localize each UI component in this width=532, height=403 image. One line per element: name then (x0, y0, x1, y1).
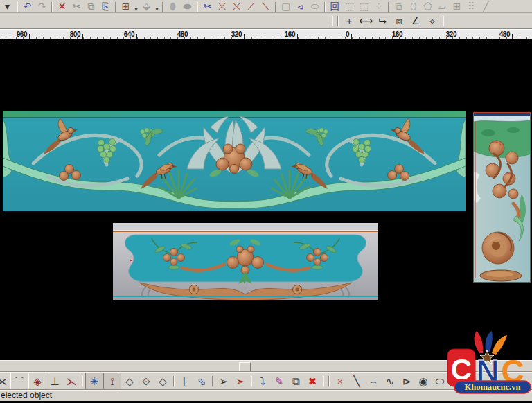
sheet-delete-icon[interactable]: ⧉ (287, 373, 304, 389)
delete-object-icon[interactable]: ✖ (304, 373, 321, 389)
ruler-label: 480 (177, 30, 188, 38)
undo-icon[interactable]: ↶ (20, 0, 35, 12)
micro-cross-icon[interactable]: × (332, 373, 348, 389)
vertical-relief-column[interactable] (473, 112, 531, 283)
grid-dots-icon[interactable]: ⠿ (464, 0, 479, 12)
cursor-snap-icon[interactable]: ➢ (215, 373, 232, 389)
toolbar-separator (173, 376, 175, 386)
diamond-node-icon[interactable]: ◈ (28, 373, 46, 390)
top-toolbar-row1: ▾↶↷✕✂⧉⎘⊞▾⬙▾⬮⬬✂⤫⤬⟋⟍▢⪦⬭回⬚⬚⁘⧉⬯⬠▱⊞⠿╱ (0, 0, 532, 13)
draw-circle-icon[interactable]: ◉ (415, 373, 432, 389)
line-tool-icon[interactable]: ╱ (479, 0, 493, 12)
measure-rect-icon[interactable]: ⧈ (391, 14, 407, 28)
diamond-right-icon[interactable]: ◇ (154, 373, 171, 389)
origin-cross-icon[interactable]: ⊞ (118, 0, 133, 12)
probe-cross-icon[interactable]: ＋ (341, 14, 357, 28)
view-cube-icon[interactable]: ⬙ (139, 0, 154, 12)
ruler-major-tick (351, 34, 352, 39)
logo-ray-orange (492, 335, 507, 355)
measure-area-icon[interactable]: ⟡ (424, 14, 441, 28)
style-dropdown-icon[interactable]: ▾ (0, 0, 15, 12)
logo-ray-red (475, 331, 484, 353)
ruler-major-tick (512, 34, 513, 39)
diamond-quad-icon[interactable]: ⟐ (138, 373, 154, 389)
ruler-major-tick (459, 34, 459, 39)
dots-icon[interactable]: ⁘ (371, 0, 386, 12)
ruler-label: 160 (285, 30, 295, 38)
toolbar-separator (332, 16, 333, 26)
toolbar-separator (162, 2, 163, 12)
toolbar-separator (115, 2, 116, 12)
arc-tool-icon[interactable]: ⌒ (10, 373, 28, 390)
node-snap-icon[interactable]: ⟟ (103, 373, 121, 390)
application-window: ▾↶↷✕✂⧉⎘⊞▾⬙▾⬮⬬✂⤫⤬⟋⟍▢⪦⬭回⬚⬚⁘⧉⬯⬠▱⊞⠿╱ ＋⟷⮡⧈∠⟡ … (0, 0, 532, 403)
drawing-canvas[interactable] (0, 39, 532, 360)
cylinder-icon[interactable]: ⬯ (406, 0, 420, 12)
delete-icon[interactable]: ✕ (55, 0, 69, 12)
eraser-icon[interactable]: ⬭ (308, 0, 322, 12)
logo-badge-text: Khomaucnc.vn (465, 382, 521, 392)
weld-arrow-icon[interactable]: ⬂ (193, 373, 210, 389)
draw-arc-icon[interactable]: ⌢ (365, 373, 382, 389)
ruler-label: 0 (346, 30, 349, 38)
diamond-top-icon[interactable]: ◇ (121, 373, 138, 389)
origin-cross-dropdown-icon[interactable]: ▾ (133, 6, 139, 12)
pair-squares-icon[interactable]: ⧉ (391, 0, 406, 12)
ruler-label: 320 (231, 30, 242, 38)
pen-b-icon[interactable]: ⟍ (258, 0, 273, 12)
scrollbar-thumb[interactable] (239, 362, 251, 372)
pen-confirm-icon[interactable]: ✎ (271, 373, 287, 389)
nested-squares-icon[interactable]: 回 (328, 0, 342, 12)
tool-oval-a-icon[interactable]: ⬮ (166, 0, 180, 12)
ruler-major-tick (244, 34, 245, 39)
toolbar-separator (51, 2, 53, 12)
toolbar-spacer (0, 21, 330, 21)
ruler-major-tick (190, 34, 190, 39)
logo-ray-blue (485, 331, 492, 352)
select-poly-icon[interactable]: ⋉ (0, 373, 10, 389)
measure-step-icon[interactable]: ⮡ (374, 14, 391, 28)
copy-icon[interactable]: ⧉ (84, 0, 98, 12)
snip-icon[interactable]: ✂ (200, 0, 215, 12)
ruler-label: 160 (392, 30, 402, 38)
outline-b-icon[interactable]: ⬚ (357, 0, 371, 12)
ruler-major-tick (136, 34, 137, 39)
toolbar-separator (197, 2, 198, 12)
draw-polygon-icon[interactable]: ⊳ (398, 373, 415, 389)
toolbar-separator (323, 376, 324, 386)
ruler-major-tick (29, 34, 30, 39)
polygon-icon[interactable]: ⬠ (420, 0, 435, 12)
slant-icon[interactable]: ▱ (435, 0, 450, 12)
tool-oval-b-icon[interactable]: ⬬ (180, 0, 195, 12)
small-relief-panel[interactable] (113, 223, 378, 300)
status-text: elected object (1, 391, 52, 400)
measure-distance-icon[interactable]: ⟷ (357, 14, 374, 28)
rect-node-icon[interactable]: ▢ (278, 0, 293, 12)
draw-curve-icon[interactable]: ∿ (382, 373, 398, 389)
paste-icon[interactable]: ⎘ (98, 0, 113, 12)
weld-base-icon[interactable]: ⌊ (177, 373, 193, 389)
redo-icon[interactable]: ↷ (35, 0, 49, 12)
outline-a-icon[interactable]: ⬚ (342, 0, 357, 12)
cursor-delete-icon[interactable]: ➣ (232, 373, 249, 389)
drop-shape-icon[interactable]: ⤵ (254, 373, 271, 389)
ruler-label: 960 (17, 30, 27, 38)
horizontal-relief-panel[interactable] (3, 111, 466, 211)
ruler-major-tick (297, 34, 298, 39)
node-cross-b-icon[interactable]: ⤬ (229, 0, 244, 12)
cut-icon[interactable]: ✂ (69, 0, 84, 12)
pen-a-icon[interactable]: ⟋ (244, 0, 258, 12)
measure-angle-icon[interactable]: ∠ (407, 14, 424, 28)
draw-line-icon[interactable]: ╲ (348, 373, 365, 389)
snap-grid-icon[interactable]: ✳ (85, 373, 103, 390)
node-cross-a-icon[interactable]: ⤫ (215, 0, 229, 12)
knife-icon[interactable]: ⪦ (293, 0, 308, 12)
view-cube-dropdown-icon[interactable]: ▾ (154, 6, 160, 12)
toolbar-separator (337, 16, 339, 26)
perpendicular-icon[interactable]: ⊥ (46, 373, 63, 389)
tangent-branch-icon[interactable]: ⋋ (63, 373, 80, 389)
ruler-label: 800 (70, 30, 80, 38)
ruler-label: 320 (446, 30, 456, 38)
table-icon[interactable]: ⊞ (450, 0, 464, 12)
ruler-label: 640 (124, 30, 134, 38)
